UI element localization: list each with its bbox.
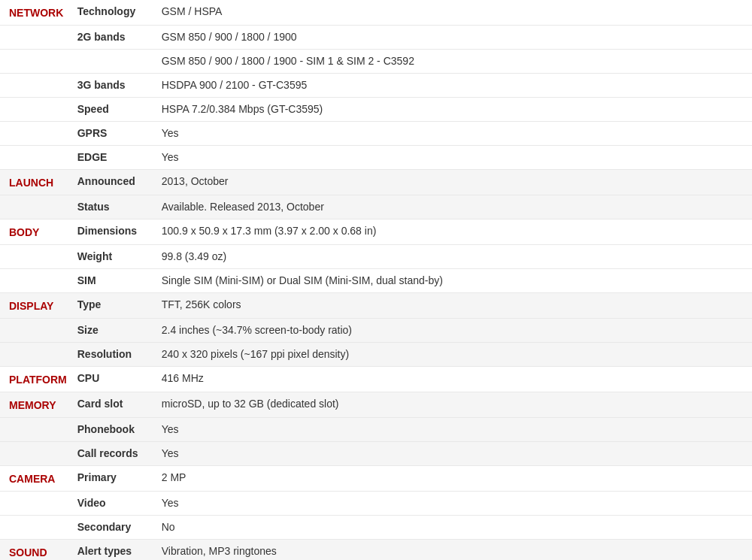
- table-row: MEMORYCard slotmicroSD, up to 32 GB (ded…: [0, 392, 752, 418]
- row-label: Card slot: [73, 392, 156, 418]
- row-label: 2G bands: [73, 26, 156, 50]
- row-label: Dimensions: [73, 219, 156, 245]
- section-label: [0, 319, 73, 343]
- table-row: StatusAvailable. Released 2013, October: [0, 195, 752, 219]
- table-row: SpeedHSPA 7.2/0.384 Mbps (GT-C3595): [0, 98, 752, 122]
- row-label: GPRS: [73, 122, 156, 146]
- row-value: 2013, October: [156, 170, 752, 195]
- table-row: EDGEYes: [0, 146, 752, 170]
- row-value: 416 MHz: [156, 367, 752, 392]
- table-row: DISPLAYTypeTFT, 256K colors: [0, 293, 752, 319]
- section-label: [0, 195, 73, 219]
- section-label: MEMORY: [0, 392, 73, 418]
- row-label: Call records: [73, 442, 156, 466]
- row-value: 240 x 320 pixels (~167 ppi pixel density…: [156, 343, 752, 367]
- row-label: Alert types: [73, 540, 156, 561]
- row-value: GSM 850 / 900 / 1800 / 1900 - SIM 1 & SI…: [156, 50, 752, 74]
- row-label: CPU: [73, 367, 156, 392]
- row-value: 2 MP: [156, 466, 752, 492]
- row-value: 100.9 x 50.9 x 17.3 mm (3.97 x 2.00 x 0.…: [156, 219, 752, 245]
- table-row: Resolution240 x 320 pixels (~167 ppi pix…: [0, 343, 752, 367]
- row-value: GSM / HSPA: [156, 0, 752, 26]
- table-row: NETWORKTechnologyGSM / HSPA: [0, 0, 752, 26]
- section-label: [0, 245, 73, 269]
- row-value: Available. Released 2013, October: [156, 195, 752, 219]
- table-row: Call recordsYes: [0, 442, 752, 466]
- section-label: [0, 269, 73, 293]
- row-value: HSDPA 900 / 2100 - GT-C3595: [156, 74, 752, 98]
- section-label: [0, 516, 73, 540]
- section-label: LAUNCH: [0, 170, 73, 195]
- section-label: [0, 418, 73, 442]
- row-value: 99.8 (3.49 oz): [156, 245, 752, 269]
- row-label: EDGE: [73, 146, 156, 170]
- row-label: Status: [73, 195, 156, 219]
- row-label: Video: [73, 492, 156, 516]
- row-value: TFT, 256K colors: [156, 293, 752, 319]
- row-label: Type: [73, 293, 156, 319]
- table-row: SIMSingle SIM (Mini-SIM) or Dual SIM (Mi…: [0, 269, 752, 293]
- table-row: GSM 850 / 900 / 1800 / 1900 - SIM 1 & SI…: [0, 50, 752, 74]
- row-value: Yes: [156, 492, 752, 516]
- section-label: BODY: [0, 219, 73, 245]
- table-row: Size2.4 inches (~34.7% screen-to-body ra…: [0, 319, 752, 343]
- row-label: SIM: [73, 269, 156, 293]
- table-row: GPRSYes: [0, 122, 752, 146]
- row-label: Speed: [73, 98, 156, 122]
- row-label: Phonebook: [73, 418, 156, 442]
- row-value: Yes: [156, 442, 752, 466]
- row-label: [73, 50, 156, 74]
- row-label: 3G bands: [73, 74, 156, 98]
- spec-table: NETWORKTechnologyGSM / HSPA2G bandsGSM 8…: [0, 0, 752, 560]
- row-value: Single SIM (Mini-SIM) or Dual SIM (Mini-…: [156, 269, 752, 293]
- row-value: GSM 850 / 900 / 1800 / 1900: [156, 26, 752, 50]
- row-label: Announced: [73, 170, 156, 195]
- row-label: Secondary: [73, 516, 156, 540]
- section-label: [0, 122, 73, 146]
- section-label: SOUND: [0, 540, 73, 561]
- table-row: VideoYes: [0, 492, 752, 516]
- table-row: LAUNCHAnnounced2013, October: [0, 170, 752, 195]
- table-row: Weight99.8 (3.49 oz): [0, 245, 752, 269]
- section-label: [0, 442, 73, 466]
- row-label: Technology: [73, 0, 156, 26]
- section-label: [0, 146, 73, 170]
- section-label: [0, 26, 73, 50]
- section-label: PLATFORM: [0, 367, 73, 392]
- table-row: 2G bandsGSM 850 / 900 / 1800 / 1900: [0, 26, 752, 50]
- row-value: microSD, up to 32 GB (dedicated slot): [156, 392, 752, 418]
- section-label: CAMERA: [0, 466, 73, 492]
- row-value: Yes: [156, 146, 752, 170]
- row-value: Yes: [156, 122, 752, 146]
- section-label: [0, 74, 73, 98]
- row-label: Resolution: [73, 343, 156, 367]
- row-value: HSPA 7.2/0.384 Mbps (GT-C3595): [156, 98, 752, 122]
- row-value: Vibration, MP3 ringtones: [156, 540, 752, 561]
- table-row: PhonebookYes: [0, 418, 752, 442]
- row-label: Primary: [73, 466, 156, 492]
- table-row: PLATFORMCPU416 MHz: [0, 367, 752, 392]
- row-value: Yes: [156, 418, 752, 442]
- row-value: No: [156, 516, 752, 540]
- table-row: CAMERAPrimary2 MP: [0, 466, 752, 492]
- section-label: NETWORK: [0, 0, 73, 26]
- section-label: [0, 492, 73, 516]
- section-label: DISPLAY: [0, 293, 73, 319]
- row-label: Size: [73, 319, 156, 343]
- table-row: BODYDimensions100.9 x 50.9 x 17.3 mm (3.…: [0, 219, 752, 245]
- row-label: Weight: [73, 245, 156, 269]
- table-row: 3G bandsHSDPA 900 / 2100 - GT-C3595: [0, 74, 752, 98]
- row-value: 2.4 inches (~34.7% screen-to-body ratio): [156, 319, 752, 343]
- section-label: [0, 50, 73, 74]
- table-row: SecondaryNo: [0, 516, 752, 540]
- table-row: SOUNDAlert typesVibration, MP3 ringtones: [0, 540, 752, 561]
- section-label: [0, 98, 73, 122]
- section-label: [0, 343, 73, 367]
